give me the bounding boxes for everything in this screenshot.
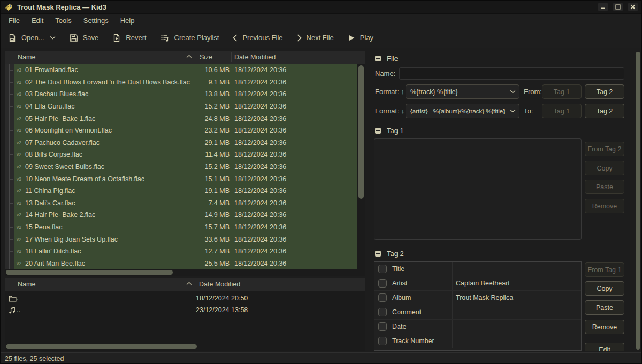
folder-list-horizontal-scrollbar[interactable] — [6, 344, 364, 350]
file-row[interactable]: v208 Bills Corpse.flac11.4 MB18/12/2024 … — [5, 149, 357, 161]
file-name: 20 Ant Man Bee.flac — [25, 260, 196, 267]
folder-row[interactable]: ..23/12/2024 13:58 — [5, 304, 365, 316]
menu-settings[interactable]: Settings — [78, 14, 114, 28]
checkbox[interactable] — [378, 337, 387, 345]
filename-input[interactable] — [399, 67, 624, 80]
collapse-icon[interactable] — [375, 56, 381, 61]
file-size: 10.6 MB — [196, 66, 232, 74]
column-header-date[interactable]: Date Modified — [232, 53, 276, 61]
next-file-label: Next File — [307, 34, 334, 42]
file-row[interactable]: v202 The Dust Blows Forward 'n the Dust … — [5, 76, 357, 89]
file-row[interactable]: v206 Moonlight on Vermont.flac23.2 MB18/… — [5, 125, 357, 137]
tag-version-badge: v2 — [14, 261, 25, 266]
tag2-row[interactable]: AlbumTrout Mask Replica — [374, 291, 581, 305]
tag-version-badge: v2 — [14, 91, 25, 97]
tag2-field-value[interactable]: Captain Beefheart — [456, 280, 510, 287]
tag2-section-header[interactable]: Tag 2 — [375, 250, 404, 258]
column-header-date[interactable]: Date Modified — [196, 281, 240, 288]
maximize-button[interactable] — [613, 3, 623, 11]
file-row[interactable]: v214 Hair Pie- Bake 2.flac14.9 MB18/12/2… — [5, 209, 357, 221]
save-button[interactable]: Save — [70, 34, 99, 42]
tag1-paste-button[interactable]: Paste — [585, 180, 624, 194]
format-to-filename-combobox[interactable]: {artist} - %{album}/%{track} %{title} — [406, 104, 519, 118]
scrollbar-thumb[interactable] — [6, 344, 197, 349]
scrollbar-thumb[interactable] — [636, 52, 640, 350]
tag2-from-tag1-button[interactable]: From Tag 1 — [585, 262, 624, 277]
playlist-icon — [160, 34, 170, 42]
file-date: 18/12/2024 20:36 — [232, 103, 357, 110]
format-from-filename-combobox[interactable]: %{track} %{title} — [406, 84, 519, 99]
to-tag1-button[interactable]: Tag 1 — [542, 104, 582, 118]
to-tag2-button[interactable]: Tag 2 — [585, 104, 624, 118]
tag1-from-tag2-button[interactable]: From Tag 2 — [585, 142, 624, 156]
file-row[interactable]: v207 Pachuco Cadaver.flac29.1 MB18/12/20… — [5, 137, 357, 149]
file-row[interactable]: v217 When Big Joan Sets Up.flac33.6 MB18… — [5, 233, 357, 245]
tag2-field-value[interactable]: Trout Mask Replica — [456, 294, 513, 301]
play-button[interactable]: Play — [348, 34, 373, 42]
file-row[interactable]: v209 Sweet Sweet Bulbs.flac15.2 MB18/12/… — [5, 161, 357, 173]
tag2-row[interactable]: Comment — [374, 305, 581, 320]
file-row[interactable]: v203 Dachau Blues.flac13.8 MB18/12/2024 … — [5, 88, 357, 100]
tag1-table[interactable] — [374, 138, 582, 240]
checkbox[interactable] — [378, 279, 387, 288]
from-tag2-button[interactable]: Tag 2 — [585, 84, 624, 99]
file-row[interactable]: v201 Frownland.flac10.6 MB18/12/2024 20:… — [5, 64, 357, 76]
column-header-name[interactable]: Name — [5, 278, 196, 291]
tag1-remove-button[interactable]: Remove — [585, 199, 624, 213]
tag2-row[interactable]: Track Number — [374, 334, 581, 348]
checkbox[interactable] — [378, 308, 387, 316]
file-list-panel: Name Size Date Modified v201 Frownland.f… — [5, 51, 365, 276]
open-icon — [8, 34, 17, 42]
scrollbar-thumb[interactable] — [6, 270, 173, 275]
title-bar[interactable]: Trout Mask Replica — Kid3 — [1, 1, 642, 14]
tag2-row[interactable]: ArtistCaptain Beefheart — [374, 276, 581, 291]
open-button[interactable]: Open... — [8, 34, 44, 42]
revert-button[interactable]: Revert — [112, 34, 146, 42]
file-row[interactable]: v218 Fallin' Ditch.flac12.7 MB18/12/2024… — [5, 245, 357, 258]
file-date: 18/12/2024 20:36 — [232, 175, 357, 183]
tag2-remove-button[interactable]: Remove — [585, 320, 624, 334]
chevron-left-icon — [233, 34, 238, 42]
open-dropdown[interactable] — [50, 36, 56, 40]
tag2-copy-button[interactable]: Copy — [585, 281, 624, 296]
file-row[interactable]: v210 Neon Meate Dream of a Octafish.flac… — [5, 173, 357, 185]
file-row[interactable]: v220 Ant Man Bee.flac25.5 MB18/12/2024 2… — [5, 258, 357, 270]
menu-file[interactable]: File — [3, 14, 26, 28]
tag2-paste-button[interactable]: Paste — [585, 300, 624, 315]
folder-date: 23/12/2024 13:58 — [193, 306, 248, 314]
close-button[interactable] — [628, 3, 638, 11]
column-header-name[interactable]: Name — [5, 51, 196, 64]
collapse-icon[interactable] — [375, 128, 381, 134]
checkbox[interactable] — [378, 293, 387, 302]
minimize-button[interactable] — [598, 3, 608, 11]
panel-vertical-scrollbar[interactable] — [636, 52, 640, 350]
tag1-section-header[interactable]: Tag 1 — [375, 127, 404, 135]
menu-help[interactable]: Help — [114, 14, 141, 28]
previous-file-button[interactable]: Previous File — [233, 34, 282, 42]
menu-tools[interactable]: Tools — [49, 14, 77, 28]
tag2-field-label: Track Number — [392, 337, 434, 345]
file-row[interactable]: v204 Ella Guru.flac15.2 MB18/12/2024 20:… — [5, 100, 357, 113]
folder-row[interactable]: .18/12/2024 20:50 — [5, 292, 365, 304]
create-playlist-button[interactable]: Create Playlist — [160, 34, 219, 42]
tag1-copy-button[interactable]: Copy — [585, 161, 624, 175]
checkbox[interactable] — [378, 265, 387, 273]
tag2-row[interactable]: Date — [374, 320, 581, 334]
column-header-size[interactable]: Size — [196, 51, 232, 64]
file-row[interactable]: v205 Hair Pie- Bake 1.flac24.8 MB18/12/2… — [5, 112, 357, 125]
from-tag1-button[interactable]: Tag 1 — [542, 84, 582, 99]
file-row[interactable]: v213 Dali's Car.flac7.4 MB18/12/2024 20:… — [5, 197, 357, 210]
tree-branch — [5, 137, 14, 149]
file-row[interactable]: v215 Pena.flac15.7 MB18/12/2024 20:36 — [5, 221, 357, 234]
file-list-vertical-scrollbar[interactable] — [358, 65, 364, 268]
tag2-row[interactable]: Title — [374, 262, 581, 276]
file-section-header[interactable]: File — [375, 55, 398, 63]
collapse-icon[interactable] — [375, 251, 381, 257]
tag2-edit-button[interactable]: Edit — [585, 343, 624, 351]
next-file-button[interactable]: Next File — [297, 34, 334, 42]
file-row[interactable]: v211 China Pig.flac19.1 MB18/12/2024 20:… — [5, 185, 357, 197]
checkbox[interactable] — [378, 322, 387, 331]
file-list-horizontal-scrollbar[interactable] — [6, 270, 364, 275]
menu-edit[interactable]: Edit — [26, 14, 49, 28]
scrollbar-thumb[interactable] — [358, 65, 364, 199]
